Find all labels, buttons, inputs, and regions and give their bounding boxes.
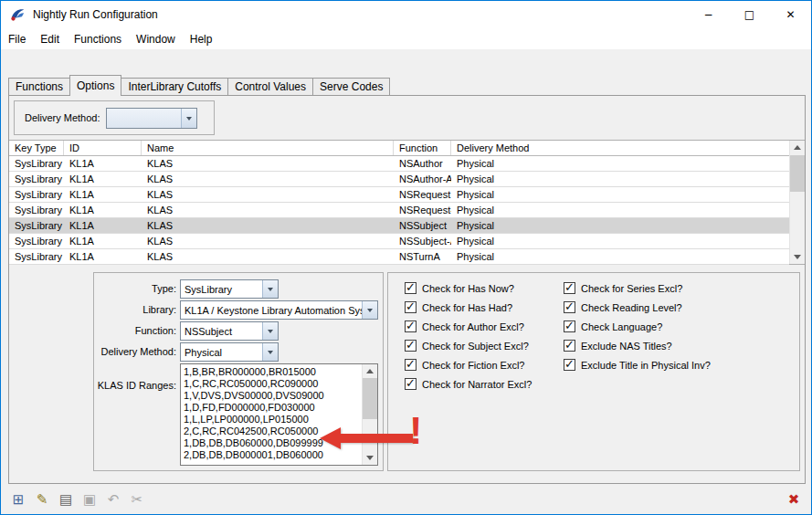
scroll-up-button[interactable] (790, 141, 805, 154)
function-combo[interactable]: NSSubject (180, 321, 279, 341)
chevron-down-icon (181, 109, 196, 128)
table-header: Key TypeIDNameFunctionDelivery Method (9, 141, 789, 156)
klas-id-ranges-label: KLAS ID Ranges: (96, 380, 176, 391)
column-header: Name (142, 141, 394, 155)
table-row[interactable]: SysLibraryKL1AKLASNSRequestPhysical (9, 187, 789, 203)
list-item[interactable]: 1,L,LP,LP000000,LP015000 (184, 414, 361, 426)
menu-functions[interactable]: Functions (67, 28, 129, 49)
table-cell: Physical (451, 156, 789, 171)
checkbox[interactable]: ✓ (405, 340, 417, 352)
delivery-method-group: Delivery Method: (14, 100, 215, 135)
list-item[interactable]: 1,D,FD,FD000000,FD030000 (184, 402, 361, 414)
checkbox-row[interactable]: ✓Check for Narrator Excl? (405, 374, 532, 394)
checkbox-row[interactable]: ✓Exclude NAS Titles? (564, 336, 711, 355)
table-cell: SysLibrary (9, 156, 64, 171)
library-combo[interactable]: KL1A / Keystone Library Automation Syste (180, 300, 378, 320)
save-record-icon[interactable]: ▣ (81, 490, 98, 509)
type-label: Type: (96, 283, 176, 294)
checkbox-label: Check for Subject Excl? (422, 341, 529, 352)
combo-value: KL1A / Keystone Library Automation Syste (185, 305, 377, 316)
minimize-button[interactable]: − (688, 1, 729, 28)
results-table: Key TypeIDNameFunctionDelivery Method Sy… (9, 140, 805, 265)
checkbox[interactable]: ✓ (405, 378, 417, 390)
chevron-down-icon (362, 301, 377, 319)
table-cell: KLAS (142, 203, 394, 217)
table-cell: KLAS (142, 234, 394, 248)
checkbox[interactable]: ✓ (564, 282, 575, 294)
table-cell: NSRequest-All (394, 203, 451, 217)
checkbox-row[interactable]: ✓Check for Has Had? (405, 298, 532, 317)
menu-file[interactable]: File (1, 28, 33, 49)
menu-edit[interactable]: Edit (33, 28, 67, 49)
checkbox[interactable]: ✓ (564, 301, 575, 313)
checkbox[interactable]: ✓ (564, 321, 575, 332)
table-scrollbar[interactable] (789, 141, 805, 264)
checkbox-row[interactable]: ✓Exclude Title in Physical Inv? (564, 355, 711, 374)
menu-bar: FileEditFunctionsWindowHelp (1, 28, 811, 49)
scrollbar-thumb[interactable] (790, 155, 805, 192)
checkbox-label: Check for Series Excl? (581, 283, 682, 294)
check-icon: ✓ (564, 338, 575, 352)
tab-interlibrary-cutoffs[interactable]: InterLibrary Cutoffs (121, 78, 228, 95)
table-row[interactable]: SysLibraryKL1AKLASNSAuthorPhysical (9, 156, 789, 172)
checkbox[interactable]: ✓ (405, 301, 417, 313)
undo-icon[interactable]: ↶ (105, 490, 121, 509)
checkbox[interactable]: ✓ (564, 359, 575, 371)
table-row[interactable]: SysLibraryKL1AKLASNSAuthor-AllPhysical (9, 172, 789, 187)
checkbox-row[interactable]: ✓Check Reading Level? (564, 298, 711, 317)
scrollbar-thumb[interactable] (363, 378, 377, 419)
list-item[interactable]: 1,V,DVS,DVS00000,DVS09000 (184, 390, 361, 402)
cut-record-icon[interactable]: ✂ (129, 490, 145, 509)
menu-window[interactable]: Window (129, 28, 183, 49)
tab-options[interactable]: Options (69, 75, 121, 96)
checkbox[interactable]: ✓ (405, 359, 417, 371)
annotation-arrow (320, 426, 413, 450)
list-item[interactable]: 2,DB,DB,DB000001,DB060000 (184, 449, 361, 461)
checkbox-row[interactable]: ✓Check for Fiction Excl? (405, 355, 532, 374)
tab-control-values[interactable]: Control Values (227, 78, 313, 95)
tab-serve-codes[interactable]: Serve Codes (312, 78, 390, 95)
checkbox-row[interactable]: ✓Check for Series Excl? (564, 279, 711, 298)
checkbox[interactable]: ✓ (405, 321, 417, 332)
checkbox-label: Check Reading Level? (581, 302, 682, 313)
checkbox-row[interactable]: ✓Check for Author Excl? (405, 317, 532, 336)
list-item[interactable]: 1,C,RC,RC050000,RC090000 (184, 378, 361, 390)
checkbox-row[interactable]: ✓Check Language? (564, 317, 711, 336)
tab-functions[interactable]: Functions (8, 78, 70, 95)
checkbox-row[interactable]: ✓Check for Subject Excl? (405, 336, 532, 355)
checkbox-row[interactable]: ✓Check for Has Now? (405, 279, 532, 298)
table-cell: SysLibrary (9, 234, 64, 248)
scroll-up-button[interactable] (363, 364, 377, 378)
check-icon: ✓ (406, 280, 416, 294)
table-cell: KL1A (64, 156, 142, 171)
exit-icon[interactable]: ✖ (786, 490, 802, 509)
checkbox-label: Check for Has Had? (422, 302, 512, 313)
check-icon: ✓ (406, 357, 416, 371)
checkbox[interactable]: ✓ (564, 340, 575, 352)
delivery-method-combo[interactable]: Physical (180, 342, 279, 362)
checkbox[interactable]: ✓ (405, 282, 417, 294)
close-button[interactable]: ✕ (770, 1, 811, 28)
maximize-button[interactable]: □ (729, 1, 770, 28)
checkbox-label: Check Language? (581, 321, 662, 332)
annotation-exclamation: ! (409, 408, 422, 453)
chevron-down-icon (262, 280, 278, 298)
table-row[interactable]: SysLibraryKL1AKLASNSRequest-AllPhysical (9, 203, 789, 218)
list-item[interactable]: 1,B,BR,BR000000,BR015000 (184, 366, 361, 378)
table-row[interactable]: SysLibraryKL1AKLASNSSubjectPhysical (9, 218, 789, 234)
scroll-down-button[interactable] (363, 451, 377, 465)
add-record-icon[interactable]: ⊞ (10, 490, 26, 509)
table-cell: SysLibrary (9, 218, 64, 233)
checkbox-label: Check for Fiction Excl? (422, 360, 524, 371)
type-combo[interactable]: SysLibrary (180, 279, 279, 299)
checkbox-label: Exclude Title in Physical Inv? (581, 360, 711, 371)
scroll-down-button[interactable] (790, 250, 805, 264)
menu-help[interactable]: Help (183, 28, 220, 49)
edit-form-icon[interactable]: ▤ (58, 490, 74, 509)
delivery-method-filter-combo[interactable] (106, 108, 197, 129)
library-label: Library: (96, 304, 176, 315)
table-row[interactable]: SysLibraryKL1AKLASNSSubject-AllPhysical (9, 234, 789, 249)
table-cell: KL1A (64, 187, 142, 202)
table-row[interactable]: SysLibraryKL1AKLASNSTurnAPhysical (9, 249, 789, 265)
edit-record-icon[interactable]: ✎ (34, 490, 50, 509)
